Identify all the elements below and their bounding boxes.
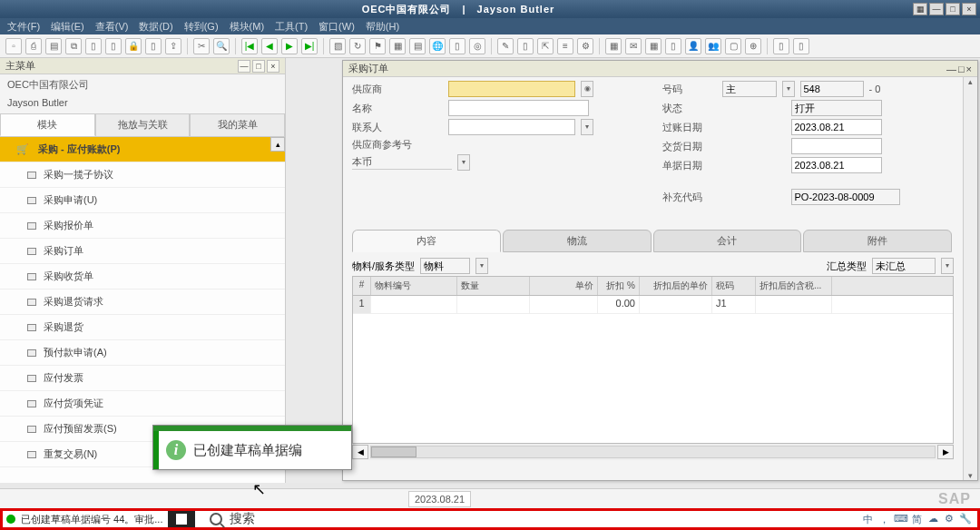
tray-punct-icon[interactable]: ， [877, 513, 890, 525]
cell-discount[interactable]: 0.00 [598, 296, 640, 313]
tb-export2-icon[interactable]: ⇱ [537, 38, 554, 54]
tab-mymenu[interactable]: 我的菜单 [190, 113, 285, 136]
tb-users-icon[interactable]: 👥 [705, 38, 721, 54]
tray-lang-icon[interactable]: 简 [910, 513, 923, 525]
docno-type-dropdown[interactable]: ▾ [782, 81, 795, 97]
minimize-button[interactable]: — [929, 3, 944, 15]
tree-item-goods-receipt[interactable]: 采购收货单 [0, 264, 285, 290]
menu-modules[interactable]: 模块(M) [226, 20, 269, 34]
menu-goto[interactable]: 转到(G) [181, 20, 222, 34]
sum-type-dropdown-icon[interactable]: ▾ [941, 258, 954, 274]
col-price-after[interactable]: 折扣后的单价 [640, 277, 712, 295]
tb-cut-icon[interactable]: ✂ [193, 38, 210, 54]
name-input[interactable] [448, 100, 589, 116]
items-grid[interactable]: # 物料编号 数量 单价 折扣 % 折扣后的单价 税码 折扣后的含税... [352, 276, 954, 444]
currency-dropdown-icon[interactable]: ▾ [457, 154, 470, 171]
tb-panel-icon[interactable]: ▯ [793, 38, 809, 54]
form-max-icon[interactable]: □ [958, 64, 965, 74]
vendor-input[interactable] [448, 81, 575, 97]
tray-cloud-icon[interactable]: ☁ [926, 513, 939, 525]
vendor-lookup-icon[interactable]: ◉ [581, 81, 593, 97]
tb-new-icon[interactable]: ▫ [5, 38, 22, 54]
cell-itemcode[interactable] [371, 296, 457, 313]
tb-globe-icon[interactable]: ⊕ [745, 38, 761, 54]
tb-preview-icon[interactable]: ▤ [45, 38, 62, 54]
tree-item-ap-credit-memo[interactable]: 应付货项凭证 [0, 391, 285, 417]
item-type-dropdown-icon[interactable]: ▾ [475, 258, 488, 274]
hscroll-track[interactable] [370, 446, 936, 458]
tb-doc3-icon[interactable]: ▯ [145, 38, 162, 54]
item-type-select[interactable] [420, 258, 470, 274]
menu-data[interactable]: 数据(D) [135, 20, 176, 34]
tray-wrench-icon[interactable]: 🔧 [959, 513, 972, 525]
tray-ime-icon[interactable]: 中 [861, 513, 874, 525]
tree-scroll-up[interactable]: ▴ [270, 137, 285, 152]
tb-copy-icon[interactable]: ⧉ [65, 38, 82, 54]
start-button[interactable] [168, 511, 195, 527]
tab-logistics[interactable]: 物流 [503, 230, 652, 252]
menu-window[interactable]: 窗口(W) [315, 20, 358, 34]
grid-row[interactable]: 1 0.00 J1 [353, 296, 953, 314]
tree-item-purchase-ap[interactable]: 🛒 采购 - 应付账款(P) [0, 137, 285, 162]
tb-calc-icon[interactable]: ▦ [605, 38, 622, 54]
tb-note-icon[interactable]: ▯ [517, 38, 534, 54]
tray-keyboard-icon[interactable]: ⌨ [894, 513, 906, 525]
panel-max-icon[interactable]: □ [252, 60, 265, 73]
extracode-input[interactable] [791, 189, 900, 205]
tb-last-icon[interactable]: ▶| [301, 38, 318, 54]
menu-edit[interactable]: 编辑(E) [47, 20, 88, 34]
tree-item-purchase-quote[interactable]: 采购报价单 [0, 213, 285, 239]
col-price[interactable]: 单价 [530, 277, 598, 295]
tb-lock-icon[interactable]: 🔒 [125, 38, 142, 54]
tb-folder-icon[interactable]: ▢ [725, 38, 741, 54]
tb-excel-icon[interactable]: ▦ [645, 38, 662, 54]
tree-item-purchase-request[interactable]: 采购申请(U) [0, 188, 285, 213]
hscroll-right-icon[interactable]: ▶ [937, 445, 954, 459]
close-button[interactable]: × [962, 3, 976, 15]
panel-min-icon[interactable]: — [238, 60, 250, 73]
col-gross[interactable]: 折扣后的含税... [756, 277, 832, 295]
tb-edit-icon[interactable]: ✎ [497, 38, 514, 54]
form-min-icon[interactable]: — [946, 64, 956, 74]
restore-button[interactable]: □ [946, 3, 960, 15]
menu-view[interactable]: 查看(V) [92, 20, 132, 34]
grid-hscroll[interactable]: ◀ ▶ [352, 444, 954, 460]
tab-accounting[interactable]: 会计 [653, 230, 802, 252]
tab-contents[interactable]: 内容 [352, 230, 501, 252]
tb-print-icon[interactable]: ⎙ [25, 38, 42, 54]
tree-item-downpayment-request[interactable]: 预付款申请(A) [0, 340, 285, 366]
tab-dragdrop[interactable]: 拖放与关联 [95, 113, 191, 136]
delivdate-input[interactable] [791, 138, 882, 154]
tb-gear-icon[interactable]: ⚙ [577, 38, 593, 54]
tb-book-icon[interactable]: ▯ [449, 38, 466, 54]
tb-context-icon[interactable]: ▯ [773, 38, 789, 54]
sum-type-select[interactable] [872, 258, 936, 274]
contact-input[interactable] [448, 119, 575, 135]
form-close-icon[interactable]: × [966, 64, 972, 74]
grid-icon[interactable]: ▦ [913, 3, 927, 15]
tb-world-icon[interactable]: 🌐 [429, 38, 446, 54]
menu-help[interactable]: 帮助(H) [362, 20, 403, 34]
vscroll-up-icon[interactable]: ▴ [968, 77, 973, 86]
tree-item-return-request[interactable]: 采购退货请求 [0, 290, 285, 315]
form-vscroll[interactable]: ▴ ▾ [963, 77, 977, 480]
col-rownum[interactable]: # [353, 277, 371, 295]
col-qty[interactable]: 数量 [457, 277, 530, 295]
cell-gross[interactable] [756, 296, 832, 313]
tb-next-icon[interactable]: ▶ [281, 38, 298, 54]
tree-item-purchase-order[interactable]: 采购订单 [0, 239, 285, 264]
tb-chart-icon[interactable]: ▧ [329, 38, 346, 54]
tb-export-icon[interactable]: ⇪ [165, 38, 181, 54]
cell-qty[interactable] [457, 296, 530, 313]
tb-layout-icon[interactable]: ▦ [389, 38, 406, 54]
tray-gear-icon[interactable]: ⚙ [943, 513, 956, 525]
tb-doc2-icon[interactable]: ▯ [105, 38, 122, 54]
docdate-input[interactable] [791, 157, 882, 173]
docno-type[interactable] [722, 81, 777, 97]
menu-file[interactable]: 文件(F) [4, 20, 44, 34]
col-taxcode[interactable]: 税码 [712, 277, 756, 295]
tb-feed-icon[interactable]: ≡ [557, 38, 573, 54]
vscroll-down-icon[interactable]: ▾ [968, 471, 973, 480]
tab-attachments[interactable]: 附件 [803, 230, 952, 252]
contact-dropdown-icon[interactable]: ▾ [581, 119, 593, 135]
